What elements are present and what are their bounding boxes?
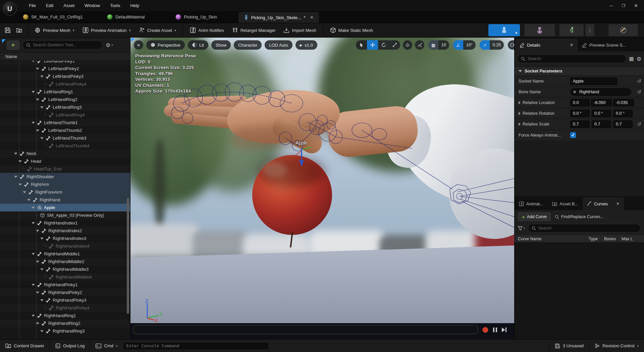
unsaved-assets-button[interactable]: 3 Unsaved xyxy=(549,340,589,352)
menu-help[interactable]: Help xyxy=(130,3,139,8)
skeleton-mode-button[interactable]: ✦ xyxy=(488,24,520,36)
timeline-scrubber[interactable] xyxy=(133,325,478,334)
expand-arrow-icon[interactable] xyxy=(36,230,39,232)
tree-row-rightforearm[interactable]: RightForeArm xyxy=(0,188,130,196)
anim-notifies-button[interactable]: Anim Notifies xyxy=(186,24,228,36)
scale-snap-control[interactable]: ↗ 0.25 xyxy=(480,40,504,50)
preview-mesh-button[interactable]: Preview Mesh▾ xyxy=(31,24,78,36)
pause-button[interactable] xyxy=(493,327,497,333)
expand-arrow-icon[interactable] xyxy=(27,199,31,201)
tree-row-rightarm[interactable]: RightArm xyxy=(0,181,130,188)
location-z-field[interactable]: -0.035 xyxy=(613,99,634,106)
tree-row-righthandring3[interactable]: RightHandRing3 xyxy=(0,327,130,335)
menu-window[interactable]: Window xyxy=(85,3,100,8)
tab-picking-up-skin[interactable]: Picking_Up_Skin xyxy=(170,11,222,23)
tab-curves[interactable]: Curves ✕ xyxy=(583,197,624,210)
make-static-mesh-button[interactable]: Make Static Mesh xyxy=(326,24,377,36)
step-forward-button[interactable] xyxy=(501,327,507,333)
3d-viewport[interactable]: Apple Previewing Reference PoseLOD: 0Cur… xyxy=(130,38,514,339)
reset-bone-name-icon[interactable]: ↺ xyxy=(637,89,641,95)
browse-asset-button[interactable] xyxy=(13,25,25,36)
menu-tools[interactable]: Tools xyxy=(110,3,120,8)
display-filter-icon[interactable]: ▦ xyxy=(629,56,634,62)
scale-x-field[interactable]: 0.7 xyxy=(570,120,590,128)
perspective-button[interactable]: Perspective xyxy=(146,40,185,50)
menu-asset[interactable]: Asset xyxy=(63,3,74,8)
rotation-snap-control[interactable]: ∠ 10° xyxy=(453,40,476,50)
import-mesh-button[interactable]: Import Mesh xyxy=(279,24,320,36)
expand-arrow-icon[interactable] xyxy=(40,76,44,78)
tab-preview-scene-settings[interactable]: Preview Scene S... xyxy=(578,39,631,51)
location-x-field[interactable]: 0.0 xyxy=(570,99,590,106)
expand-arrow-icon[interactable] xyxy=(32,315,35,317)
force-always-animated-checkbox[interactable]: ✓ xyxy=(570,132,576,138)
expand-arrow-icon[interactable] xyxy=(40,238,44,240)
socket-name-field[interactable]: Apple xyxy=(570,78,617,85)
grid-snap-control[interactable]: ▦ 10 xyxy=(428,40,449,50)
column-curve-name[interactable]: Curve Name xyxy=(515,235,585,243)
move-tool-button[interactable] xyxy=(367,40,378,50)
tree-row-lefthandpinky2[interactable]: LeftHandPinky2 xyxy=(0,65,130,72)
tree-row-righthandindex3[interactable]: RightHandIndex3 xyxy=(0,235,130,242)
details-settings-gear-icon[interactable]: ⚙ xyxy=(637,56,641,62)
expand-arrow-icon[interactable] xyxy=(40,106,44,108)
lit-mode-button[interactable]: Lit xyxy=(188,40,208,50)
skeleton-tree-search-input[interactable] xyxy=(33,43,99,47)
maximize-icon[interactable]: ❒ xyxy=(622,3,626,8)
tab-default-material[interactable]: DefaultMaterial xyxy=(102,11,150,23)
tree-row-rightshoulder[interactable]: RightShoulder xyxy=(0,173,130,181)
clear-bone-icon[interactable]: ✕ xyxy=(573,90,576,94)
mesh-mode-button[interactable] xyxy=(525,24,555,36)
tree-row-lefthandring2[interactable]: LeftHandRing2 xyxy=(0,96,130,103)
close-icon[interactable]: ✕ xyxy=(634,3,638,8)
bone-name-field[interactable]: ✕ RightHand xyxy=(570,88,631,96)
tree-row-righthandring2[interactable]: RightHandRing2 xyxy=(0,319,130,327)
tree-row-headtop-end[interactable]: HeadTop_End xyxy=(0,165,130,173)
tab-animation[interactable]: Animat... xyxy=(515,197,548,210)
tree-row-righthandmiddle2[interactable]: RightHandMiddle2 xyxy=(0,258,130,265)
expand-arrow-icon[interactable] xyxy=(18,184,22,186)
expand-icon[interactable] xyxy=(519,112,521,115)
expand-arrow-icon[interactable] xyxy=(23,191,26,193)
details-tab-close-icon[interactable]: ✕ xyxy=(570,43,573,47)
viewport-menu-button[interactable]: ≡ xyxy=(134,40,143,50)
skeleton-tree-search[interactable] xyxy=(22,41,102,49)
animation-mode-button[interactable] xyxy=(559,24,584,36)
console-command-input[interactable] xyxy=(123,342,269,350)
expand-arrow-icon[interactable] xyxy=(32,122,35,124)
expand-arrow-icon[interactable] xyxy=(40,299,44,301)
socket-gizmo[interactable]: Apple xyxy=(278,140,325,171)
tree-row-lefthandthumb3[interactable]: LeftHandThumb3 xyxy=(0,134,130,142)
minimize-icon[interactable]: ─ xyxy=(610,3,613,8)
output-log-button[interactable]: Output Log xyxy=(50,340,90,352)
retarget-manager-button[interactable]: Retarget Manager xyxy=(228,24,280,36)
tree-scrollbar[interactable] xyxy=(127,198,129,314)
tree-row-righthandindex2[interactable]: RightHandIndex2 xyxy=(0,227,130,235)
expand-icon[interactable] xyxy=(519,122,521,126)
expand-arrow-icon[interactable] xyxy=(40,330,44,332)
tree-row-head[interactable]: Head xyxy=(0,157,130,165)
mode-overflow-button[interactable]: ⋮ xyxy=(586,24,594,36)
tree-row-righthandpinky2[interactable]: RightHandPinky2 xyxy=(0,289,130,296)
expand-arrow-icon[interactable] xyxy=(14,176,17,178)
scale-tool-button[interactable] xyxy=(389,40,400,50)
tab-close-icon[interactable]: ✕ xyxy=(310,15,314,20)
reset-scale-icon[interactable]: ↺ xyxy=(637,121,641,127)
create-asset-button[interactable]: Create Asset▾ xyxy=(135,24,180,36)
curves-tab-close-icon[interactable]: ✕ xyxy=(616,201,620,206)
location-y-field[interactable]: -6.050 xyxy=(591,99,612,106)
add-socket-button[interactable]: + xyxy=(7,41,19,50)
tree-row-righthandindex4[interactable]: RightHandIndex4 xyxy=(0,242,130,250)
preview-animation-button[interactable]: Preview Animation▾ xyxy=(78,24,135,36)
column-bones[interactable]: Bones xyxy=(600,235,618,243)
column-type[interactable]: Type xyxy=(585,235,600,243)
expand-arrow-icon[interactable] xyxy=(14,153,17,155)
tree-row-righthandpinky3[interactable]: RightHandPinky3 xyxy=(0,296,130,304)
scale-y-field[interactable]: 0.7 xyxy=(592,120,611,128)
rotation-x-field[interactable]: 0.0 ° xyxy=(570,110,590,117)
column-max-lod[interactable]: Max L xyxy=(618,235,644,243)
tree-row-righthandmiddle1[interactable]: RightHandMiddle1 xyxy=(0,250,130,258)
world-local-toggle-button[interactable] xyxy=(403,40,412,50)
tree-column-header[interactable]: Name xyxy=(0,52,130,61)
curve-filter-button[interactable]: ▾ xyxy=(518,226,525,231)
